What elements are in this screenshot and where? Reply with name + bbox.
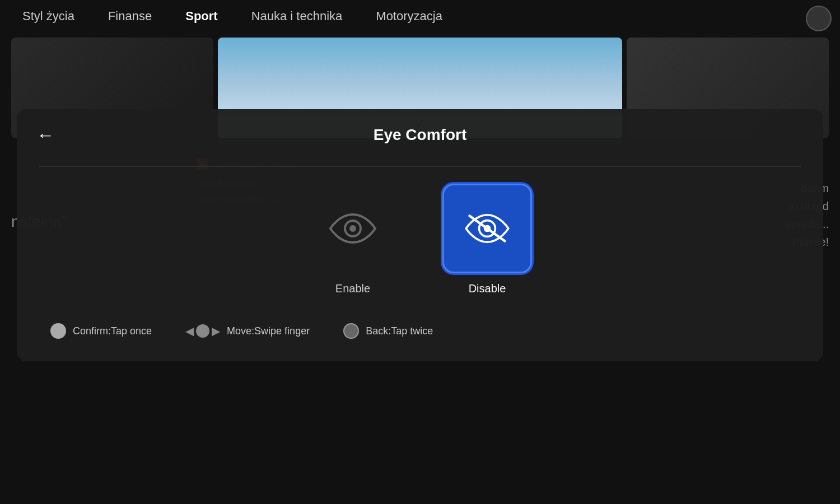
- enable-label: Enable: [335, 282, 370, 295]
- nav-item-finanse[interactable]: Finanse: [108, 9, 152, 24]
- back-button[interactable]: ←: [36, 125, 54, 146]
- panel-divider: [39, 166, 801, 167]
- move-hint-label: Move:Swipe finger: [227, 325, 310, 337]
- back-hint: Back:Tap twice: [343, 323, 433, 339]
- options-row: Enable Disable: [39, 184, 801, 295]
- nav-item-styl-zycia[interactable]: Styl życia: [22, 9, 74, 24]
- nav-item-sport[interactable]: Sport: [185, 9, 217, 24]
- move-hint-arrows: ◀ ▶: [185, 324, 220, 338]
- svg-point-1: [349, 225, 356, 232]
- avatar[interactable]: [806, 6, 832, 31]
- disable-icon-wrap: [442, 184, 532, 273]
- move-hint-dot: [196, 324, 209, 338]
- arrow-right-icon: ▶: [212, 324, 220, 338]
- eye-disabled-icon: [462, 209, 512, 248]
- hints-row: Confirm:Tap once ◀ ▶ Move:Swipe finger B…: [39, 323, 801, 339]
- confirm-hint-label: Confirm:Tap once: [73, 325, 152, 337]
- back-hint-label: Back:Tap twice: [366, 325, 433, 337]
- move-hint: ◀ ▶ Move:Swipe finger: [185, 324, 310, 338]
- enable-option[interactable]: Enable: [308, 184, 398, 295]
- disable-option[interactable]: Disable: [442, 184, 532, 295]
- back-hint-dot: [343, 323, 359, 339]
- panel-title: Eye Comfort: [39, 126, 801, 144]
- eye-open-icon: [328, 212, 378, 245]
- nav-item-motoryzacja[interactable]: Motoryzacja: [376, 9, 442, 24]
- nav-item-nauka[interactable]: Nauka i technika: [251, 9, 343, 24]
- arrow-left-icon: ◀: [185, 324, 194, 338]
- enable-icon-wrap: [308, 184, 398, 273]
- top-navigation: Styl życia Finanse Sport Nauka i technik…: [0, 0, 840, 32]
- eye-comfort-panel: ← Eye Comfort Enable: [17, 109, 823, 361]
- confirm-hint-dot: [50, 323, 66, 339]
- disable-label: Disable: [469, 282, 506, 295]
- confirm-hint: Confirm:Tap once: [50, 323, 152, 339]
